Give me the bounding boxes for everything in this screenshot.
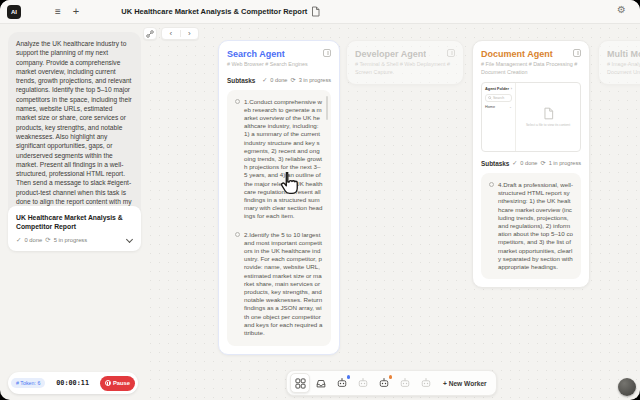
new-worker-button[interactable]: + New Worker — [437, 380, 493, 387]
agent-tags-multimodal: # Image Analysis # Video Processing # Do… — [607, 61, 640, 76]
worker-toolbar: + New Worker — [286, 370, 497, 396]
agent-card-search: Search Agent # Web Browser # Search Engi… — [218, 40, 340, 355]
robot-icon — [399, 377, 411, 389]
done-count: 0 done — [24, 237, 42, 243]
pause-button[interactable]: Pause — [100, 376, 135, 391]
worker-document-agent-button[interactable] — [374, 373, 394, 393]
chevron-down-icon: ⌄ — [509, 105, 512, 109]
agent-tags-search: # Web Browser # Search Engines — [227, 61, 331, 69]
share-link-icon — [146, 30, 154, 38]
user-prompt-message: Analyze the UK healthcare industry to su… — [8, 32, 141, 223]
progress-count: 1 in progress — [549, 160, 581, 166]
inbox-button[interactable] — [311, 373, 331, 393]
robot-icon — [357, 377, 369, 389]
worker-search-agent-button[interactable] — [332, 373, 352, 393]
expand-panel-icon[interactable] — [447, 49, 455, 57]
agent-title-document: Document Agent — [481, 49, 553, 59]
expand-panel-icon[interactable] — [323, 49, 331, 57]
file-browser-preview: Agent Folder › Search Home ⌄ — [481, 82, 581, 152]
app-window: AI ≡ + UK Healthcare Market Analysis & C… — [0, 0, 640, 400]
done-count: 0 done — [270, 77, 287, 83]
agent-card-multimodal: Multi Modal Agent # Image Analysis # Vid… — [598, 40, 640, 85]
elapsed-timer: 00:00:11 — [45, 379, 100, 387]
subtasks-label: Subtasks — [481, 160, 509, 167]
pause-icon — [105, 380, 111, 386]
new-task-icon[interactable]: + — [71, 4, 81, 19]
search-icon — [488, 96, 492, 100]
agent-title-developer: Developer Agent — [355, 49, 426, 59]
expand-panel-icon[interactable] — [573, 49, 581, 57]
inbox-icon — [315, 378, 327, 389]
session-footer: # Token: 6 00:00:11 Pause — [8, 372, 138, 394]
spinner-icon: ⟳ — [45, 237, 50, 244]
file-preview-empty-state: Select a file to view its content — [516, 83, 580, 151]
check-icon: ✓ — [262, 77, 267, 83]
done-count: 0 done — [520, 160, 537, 166]
task-summary-card[interactable]: UK Healthcare Market Analysis & Competit… — [8, 206, 141, 251]
empty-caption: Select a file to view its content — [526, 123, 570, 127]
document-icon[interactable] — [311, 6, 320, 17]
agent-title-multimodal: Multi Modal Agent — [607, 49, 640, 59]
subtask-list: 4.Draft a professional, well-structured … — [481, 173, 581, 279]
check-icon: ✓ — [512, 160, 517, 166]
task-title: UK Healthcare Market Analysis & Competit… — [16, 213, 133, 231]
progress-count: 3 in progress — [299, 77, 331, 83]
agent-card-document: Document Agent # File Management # Data … — [472, 40, 590, 288]
agent-tags-document: # File Management # Data Processing # Do… — [481, 61, 581, 76]
robot-icon — [378, 377, 390, 389]
worker-extra-agent-button[interactable] — [416, 373, 436, 393]
title-bar: AI ≡ + UK Healthcare Market Analysis & C… — [0, 0, 640, 24]
subtask-item[interactable]: 4.Draft a professional, well-structured … — [489, 181, 573, 271]
agent-tags-developer: # Terminal & Shell # Web Deployment # Sc… — [355, 61, 455, 76]
settings-gear-icon[interactable]: ⚙ — [617, 4, 626, 15]
history-nav: ‹ › — [161, 27, 199, 40]
app-logo: AI — [7, 5, 21, 19]
sidebar-toggle-icon[interactable]: ≡ — [53, 5, 63, 19]
robot-icon — [420, 377, 432, 389]
radio-circle-icon[interactable] — [489, 182, 494, 187]
subtasks-label: Subtasks — [227, 77, 255, 84]
folder-header[interactable]: Agent Folder › — [485, 86, 512, 91]
robot-icon — [336, 377, 348, 389]
radio-circle-icon[interactable] — [235, 232, 240, 237]
window-title: UK Healthcare Market Analysis & Competit… — [121, 7, 307, 16]
grid-icon — [295, 378, 306, 389]
token-badge: # Token: 6 — [11, 378, 45, 388]
back-button[interactable]: ‹ — [162, 28, 180, 39]
subtask-list: 1.Conduct comprehensive web research to … — [227, 90, 331, 346]
floating-globe-button[interactable] — [618, 378, 636, 396]
agent-title-search: Search Agent — [227, 49, 285, 59]
forward-button[interactable]: › — [181, 28, 199, 39]
spinner-icon: ⟳ — [290, 77, 295, 83]
file-browser-sidebar: Agent Folder › Search Home ⌄ — [482, 83, 516, 151]
status-dot — [347, 375, 351, 379]
folder-menu-icon[interactable]: › — [511, 86, 512, 91]
subtask-item[interactable]: 1.Conduct comprehensive web research to … — [235, 98, 323, 221]
scrollbar-thumb[interactable] — [326, 96, 328, 120]
spinner-icon: ⟳ — [540, 160, 545, 166]
progress-count: 5 in progress — [54, 237, 88, 243]
agent-card-developer: Developer Agent # Terminal & Shell # Web… — [346, 40, 464, 85]
worker-developer-agent-button[interactable] — [353, 373, 373, 393]
share-button[interactable] — [143, 27, 157, 40]
subtask-item[interactable]: 2.Identify the 5 to 10 largest and most … — [235, 231, 323, 338]
preview-search-input[interactable]: Search — [485, 94, 512, 102]
worker-multimodal-agent-button[interactable] — [395, 373, 415, 393]
file-icon — [543, 107, 554, 120]
radio-circle-icon[interactable] — [235, 99, 240, 104]
home-tree-item[interactable]: Home ⌄ — [485, 105, 512, 109]
grid-view-button[interactable] — [290, 373, 310, 393]
prompt-text: Analyze the UK healthcare industry to su… — [16, 40, 132, 214]
check-icon: ✓ — [16, 237, 21, 244]
status-dot — [389, 375, 393, 379]
